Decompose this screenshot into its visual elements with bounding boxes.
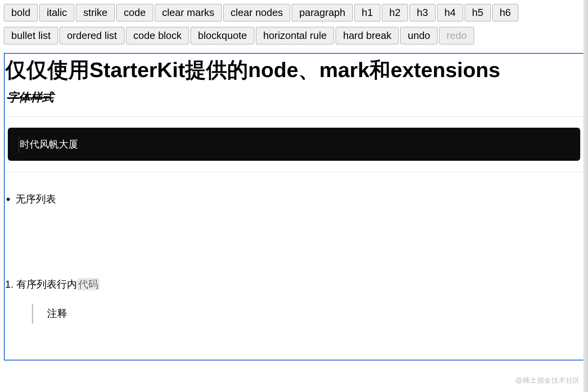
toolbar-row-1: bold italic strike code clear marks clea… (4, 4, 584, 21)
strike-button[interactable]: strike (76, 4, 115, 21)
horizontal-rule (5, 116, 583, 117)
h6-button[interactable]: h6 (492, 4, 518, 21)
horizontal-rule (5, 172, 583, 172)
code-block-button[interactable]: code block (126, 27, 189, 44)
clear-nodes-button[interactable]: clear nodes (223, 4, 290, 21)
h4-button[interactable]: h4 (437, 4, 463, 21)
code-button[interactable]: code (116, 4, 153, 21)
ordered-list[interactable]: 有序列表行内代码 (5, 277, 583, 292)
bullet-list-button[interactable]: bullet list (4, 27, 58, 44)
blockquote[interactable]: 注释 (32, 304, 583, 323)
right-edge-decoration (583, 0, 588, 392)
italic-button[interactable]: italic (39, 4, 74, 21)
bold-button[interactable]: bold (4, 4, 38, 21)
h2-button[interactable]: h2 (382, 4, 408, 21)
list-item[interactable]: 有序列表行内代码 (16, 277, 583, 292)
redo-button[interactable]: redo (439, 27, 474, 44)
toolbar: bold italic strike code clear marks clea… (4, 4, 584, 44)
editor-h1[interactable]: 仅仅使用StarterKit提供的node、mark和extensions (5, 57, 583, 83)
clear-marks-button[interactable]: clear marks (155, 4, 222, 21)
bullet-list[interactable]: 无序列表 (5, 192, 583, 207)
code-block-text: 时代风帆大厦 (19, 139, 78, 149)
undo-button[interactable]: undo (400, 27, 438, 44)
editor-container: 仅仅使用StarterKit提供的node、mark和extensions 字体… (4, 53, 584, 360)
paragraph-button[interactable]: paragraph (292, 4, 353, 21)
horizontal-rule-button[interactable]: horizontal rule (256, 27, 334, 44)
toolbar-row-2: bullet list ordered list code block bloc… (4, 27, 584, 44)
h5-button[interactable]: h5 (465, 4, 491, 21)
watermark: @稀土掘金技术社区 (515, 376, 580, 385)
h1-button[interactable]: h1 (354, 4, 380, 21)
inline-code: 代码 (77, 278, 100, 290)
code-block[interactable]: 时代风帆大厦 (8, 128, 580, 161)
ordered-list-button[interactable]: ordered list (60, 27, 124, 44)
hard-break-button[interactable]: hard break (336, 27, 399, 44)
ordered-item-text: 有序列表行内 (16, 278, 77, 290)
blockquote-text: 注释 (47, 308, 67, 319)
editor-h2-styled[interactable]: 字体样式 (5, 90, 583, 105)
h3-button[interactable]: h3 (410, 4, 436, 21)
list-item[interactable]: 无序列表 (16, 192, 583, 207)
editor-content[interactable]: 仅仅使用StarterKit提供的node、mark和extensions 字体… (5, 54, 583, 360)
blockquote-button[interactable]: blockquote (191, 27, 254, 44)
